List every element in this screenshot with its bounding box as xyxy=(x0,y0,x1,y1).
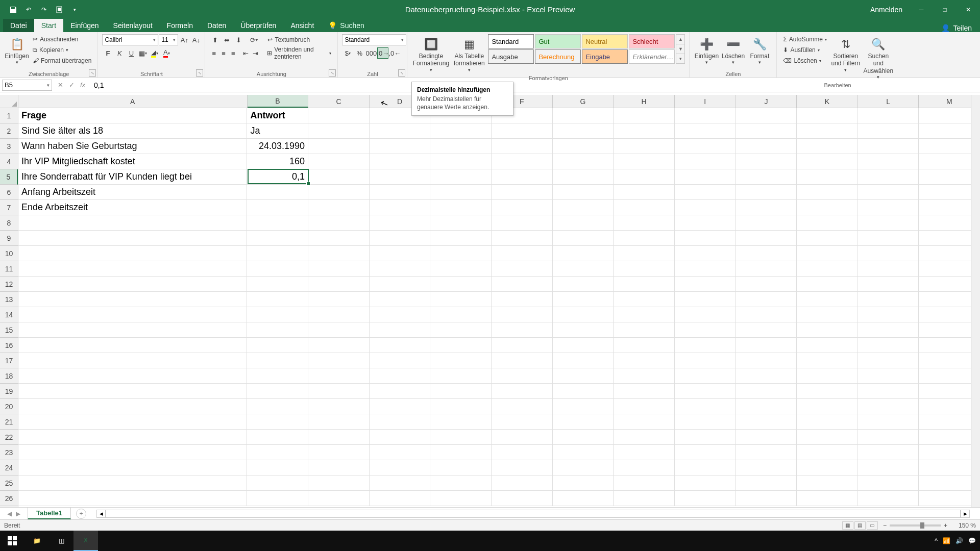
cell[interactable] xyxy=(614,460,675,475)
merge-center-button[interactable]: ⊞Verbinden und zentrieren▾ xyxy=(265,48,333,58)
row-header[interactable]: 14 xyxy=(0,307,18,322)
cell[interactable]: Anfang Arbeitszeit xyxy=(18,185,247,200)
cell[interactable] xyxy=(614,414,675,430)
cell[interactable] xyxy=(247,460,308,475)
increase-indent-icon[interactable]: ⇥ xyxy=(251,47,260,59)
increase-font-icon[interactable]: A↑ xyxy=(179,34,190,45)
cell[interactable] xyxy=(370,169,431,185)
cell[interactable] xyxy=(492,231,553,246)
cell[interactable] xyxy=(18,215,247,231)
cell[interactable] xyxy=(736,139,797,154)
cell[interactable]: Ende Arbeitszeit xyxy=(18,200,247,215)
align-bottom-icon[interactable]: ⬇ xyxy=(233,34,244,45)
percent-icon[interactable]: % xyxy=(354,47,365,59)
cell[interactable] xyxy=(18,399,247,414)
touch-mode-icon[interactable] xyxy=(52,3,66,17)
cell[interactable] xyxy=(370,353,431,368)
cell[interactable] xyxy=(492,154,553,169)
cell[interactable] xyxy=(553,475,614,491)
row-header[interactable]: 26 xyxy=(0,491,18,506)
cell[interactable] xyxy=(247,215,308,231)
cell[interactable] xyxy=(553,414,614,430)
cell[interactable] xyxy=(247,261,308,277)
cell[interactable] xyxy=(797,215,858,231)
cell[interactable] xyxy=(18,261,247,277)
cut-button[interactable]: ✂Ausschneiden xyxy=(31,34,93,44)
cell[interactable] xyxy=(553,108,614,123)
cell[interactable] xyxy=(553,384,614,399)
column-header[interactable]: G xyxy=(553,95,614,108)
cell[interactable] xyxy=(736,154,797,169)
cell[interactable] xyxy=(797,475,858,491)
cell[interactable] xyxy=(308,368,370,384)
worksheet-grid[interactable]: ABCDEFGHIJKLM 12345678910111213141516171… xyxy=(0,95,980,507)
cell[interactable] xyxy=(797,338,858,353)
cell[interactable] xyxy=(675,200,736,215)
cell[interactable] xyxy=(247,414,308,430)
cell[interactable] xyxy=(308,460,370,475)
cell[interactable] xyxy=(797,154,858,169)
cell[interactable] xyxy=(370,384,431,399)
cell[interactable] xyxy=(492,169,553,185)
cell[interactable] xyxy=(614,338,675,353)
cell[interactable] xyxy=(492,215,553,231)
cell[interactable] xyxy=(797,108,858,123)
fill-button[interactable]: ⬇Ausfüllen▾ xyxy=(781,45,828,55)
cell[interactable] xyxy=(492,399,553,414)
autosum-button[interactable]: ΣAutoSumme▾ xyxy=(781,34,828,44)
cell[interactable] xyxy=(18,338,247,353)
cell[interactable] xyxy=(675,108,736,123)
cell[interactable] xyxy=(430,475,492,491)
cell[interactable] xyxy=(370,399,431,414)
align-middle-icon[interactable]: ⬌ xyxy=(221,34,232,45)
cell[interactable] xyxy=(430,215,492,231)
cell[interactable] xyxy=(492,353,553,368)
cell[interactable] xyxy=(430,185,492,200)
cell[interactable] xyxy=(858,307,919,322)
sign-in-link[interactable]: Anmelden xyxy=(863,6,910,14)
cell[interactable] xyxy=(18,475,247,491)
cell[interactable] xyxy=(430,353,492,368)
cell[interactable] xyxy=(614,292,675,307)
horizontal-scrollbar[interactable]: ◀▶ xyxy=(96,510,970,518)
cell[interactable] xyxy=(736,169,797,185)
row-header[interactable]: 10 xyxy=(0,246,18,261)
cell[interactable] xyxy=(430,123,492,139)
dialog-launcher-icon[interactable]: ⤡ xyxy=(398,69,405,77)
cell[interactable] xyxy=(492,414,553,430)
cell[interactable] xyxy=(614,277,675,292)
cell[interactable] xyxy=(675,338,736,353)
paste-button[interactable]: 📋Einfügen▾ xyxy=(4,34,30,67)
cell[interactable] xyxy=(18,322,247,338)
cell[interactable] xyxy=(308,108,370,123)
cell[interactable] xyxy=(614,154,675,169)
cell[interactable] xyxy=(736,246,797,261)
tray-chevron-icon[interactable]: ^ xyxy=(935,537,938,544)
cell[interactable] xyxy=(247,246,308,261)
cell[interactable] xyxy=(370,307,431,322)
cell[interactable] xyxy=(430,414,492,430)
cell[interactable] xyxy=(736,475,797,491)
cell[interactable] xyxy=(308,215,370,231)
cell[interactable] xyxy=(858,108,919,123)
cell[interactable] xyxy=(675,123,736,139)
cell[interactable] xyxy=(614,445,675,460)
cell[interactable] xyxy=(553,139,614,154)
cell[interactable] xyxy=(430,154,492,169)
cell[interactable] xyxy=(797,185,858,200)
cell[interactable] xyxy=(858,430,919,445)
cell[interactable] xyxy=(18,384,247,399)
find-select-button[interactable]: 🔍Suchen und Auswählen▾ xyxy=(863,34,894,82)
cell[interactable] xyxy=(553,200,614,215)
cell[interactable] xyxy=(797,169,858,185)
row-header[interactable]: 4 xyxy=(0,154,18,169)
cell[interactable] xyxy=(858,475,919,491)
cell[interactable] xyxy=(553,123,614,139)
cell[interactable] xyxy=(370,491,431,506)
cell[interactable] xyxy=(614,491,675,506)
cell[interactable] xyxy=(370,277,431,292)
notifications-icon[interactable]: 💬 xyxy=(968,537,976,544)
cell[interactable] xyxy=(858,445,919,460)
tab-daten[interactable]: Daten xyxy=(200,19,233,32)
row-header[interactable]: 9 xyxy=(0,231,18,246)
